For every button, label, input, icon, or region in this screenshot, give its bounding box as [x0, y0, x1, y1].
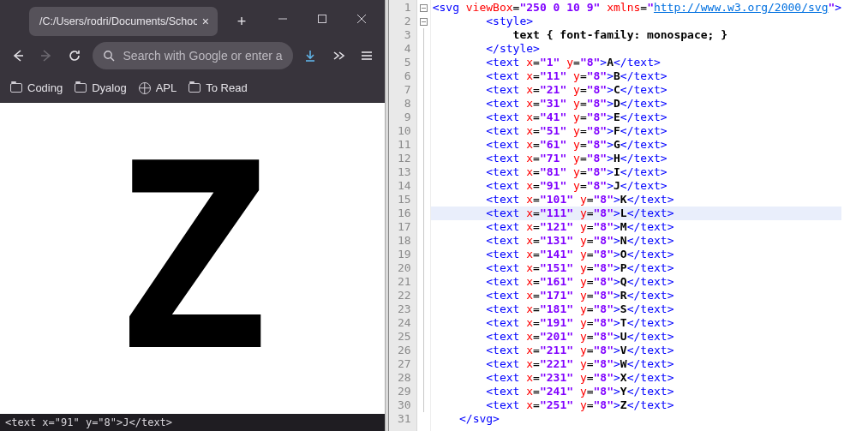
- code-line[interactable]: <text x="81" y="8">I</text>: [433, 165, 841, 179]
- globe-icon: [139, 82, 151, 94]
- close-window-icon[interactable]: [342, 0, 381, 38]
- maximize-icon[interactable]: [302, 0, 342, 38]
- code-line[interactable]: <text x="181" y="8">S</text>: [433, 302, 841, 316]
- code-line[interactable]: <text x="31" y="8">D</text>: [433, 97, 841, 111]
- fold-toggle[interactable]: [417, 1, 430, 15]
- code-line[interactable]: <text x="91" y="8">J</text>: [433, 179, 841, 193]
- code-line[interactable]: <text x="41" y="8">E</text>: [433, 111, 841, 124]
- folder-icon: [10, 83, 22, 93]
- bookmark-label: To Read: [206, 81, 247, 94]
- bookmark-item[interactable]: To Read: [189, 81, 247, 94]
- folder-icon: [189, 83, 201, 93]
- browser-tab[interactable]: /C:/Users/rodri/Documents/School ×: [29, 7, 218, 36]
- code-line[interactable]: <text x="191" y="8">T</text>: [433, 316, 841, 330]
- svg-letter: Z: [115, 130, 270, 387]
- close-tab-icon[interactable]: ×: [202, 15, 209, 28]
- browser-window: /C:/Users/rodri/Documents/School × + Sea…: [0, 0, 385, 431]
- bookmark-item[interactable]: Coding: [10, 81, 63, 94]
- fold-gutter: [417, 0, 431, 431]
- code-line[interactable]: <text x="131" y="8">N</text>: [433, 234, 841, 248]
- bookmark-label: APL: [156, 81, 177, 94]
- omnibox-placeholder: Search with Google or enter a: [123, 49, 283, 63]
- bookmark-item[interactable]: APL: [139, 81, 177, 94]
- tab-title: /C:/Users/rodri/Documents/School: [39, 15, 197, 27]
- code-line[interactable]: <text x="161" y="8">Q</text>: [433, 275, 841, 289]
- code-line[interactable]: <text x="121" y="8">M</text>: [433, 220, 841, 234]
- titlebar: /C:/Users/rodri/Documents/School × +: [0, 0, 385, 38]
- code-line[interactable]: <text x="171" y="8">R</text>: [433, 289, 841, 302]
- code-area[interactable]: <svg viewBox="250 0 10 9" xmlns="http://…: [431, 0, 841, 431]
- search-icon: [103, 50, 115, 62]
- line-number-gutter: 1234567891011121314151617181920212223242…: [389, 0, 417, 431]
- folder-icon: [75, 83, 87, 93]
- bookmarks-bar: CodingDyalogAPLTo Read: [0, 74, 385, 103]
- code-line[interactable]: <text x="1" y="8">A</text>: [433, 56, 841, 69]
- code-line[interactable]: <text x="21" y="8">C</text>: [433, 83, 841, 97]
- code-line[interactable]: <style>: [433, 15, 841, 28]
- back-button[interactable]: [7, 43, 28, 69]
- svg-line-7: [111, 57, 114, 61]
- overflow-button[interactable]: [328, 43, 350, 69]
- code-line[interactable]: <text x="71" y="8">H</text>: [433, 152, 841, 165]
- code-line[interactable]: </svg>: [433, 412, 841, 426]
- code-line[interactable]: <text x="101" y="8">K</text>: [433, 193, 841, 207]
- new-tab-button[interactable]: +: [230, 9, 254, 33]
- code-line[interactable]: <text x="211" y="8">V</text>: [433, 344, 841, 357]
- code-line[interactable]: <text x="51" y="8">F</text>: [433, 124, 841, 138]
- code-line[interactable]: <text x="141" y="8">O</text>: [433, 248, 841, 261]
- toolbar: Search with Google or enter a: [0, 38, 385, 74]
- code-line[interactable]: <text x="151" y="8">P</text>: [433, 261, 841, 275]
- menu-button[interactable]: [356, 43, 378, 69]
- download-button[interactable]: [300, 43, 321, 69]
- code-line[interactable]: <text x="251" y="8">Z</text>: [433, 398, 841, 412]
- code-editor[interactable]: 1234567891011121314151617181920212223242…: [389, 0, 868, 431]
- fold-toggle[interactable]: [417, 15, 430, 28]
- bookmark-label: Dyalog: [92, 81, 126, 94]
- svg-rect-1: [319, 15, 326, 23]
- page-content: Z: [0, 103, 385, 414]
- omnibox[interactable]: Search with Google or enter a: [93, 42, 293, 69]
- bookmark-item[interactable]: Dyalog: [75, 81, 126, 94]
- code-line[interactable]: <text x="11" y="8">B</text>: [433, 69, 841, 83]
- bookmark-label: Coding: [27, 81, 63, 94]
- code-line[interactable]: text { font-family: monospace; }: [433, 28, 841, 42]
- code-line[interactable]: <text x="61" y="8">G</text>: [433, 138, 841, 152]
- reload-button[interactable]: [63, 43, 85, 69]
- code-line[interactable]: <text x="201" y="8">U</text>: [433, 330, 841, 344]
- code-line[interactable]: <text x="241" y="8">Y</text>: [433, 385, 841, 398]
- window-controls: [263, 0, 381, 38]
- forward-button[interactable]: [35, 43, 57, 69]
- code-line[interactable]: <text x="231" y="8">X</text>: [433, 371, 841, 385]
- status-bar: <text x="91" y="8">J</text>: [0, 414, 385, 431]
- code-line[interactable]: <text x="221" y="8">W</text>: [433, 357, 841, 371]
- code-line[interactable]: <svg viewBox="250 0 10 9" xmlns="http://…: [433, 1, 841, 15]
- minimize-icon[interactable]: [263, 0, 302, 38]
- svg-point-6: [104, 51, 111, 58]
- code-line[interactable]: </style>: [433, 42, 841, 56]
